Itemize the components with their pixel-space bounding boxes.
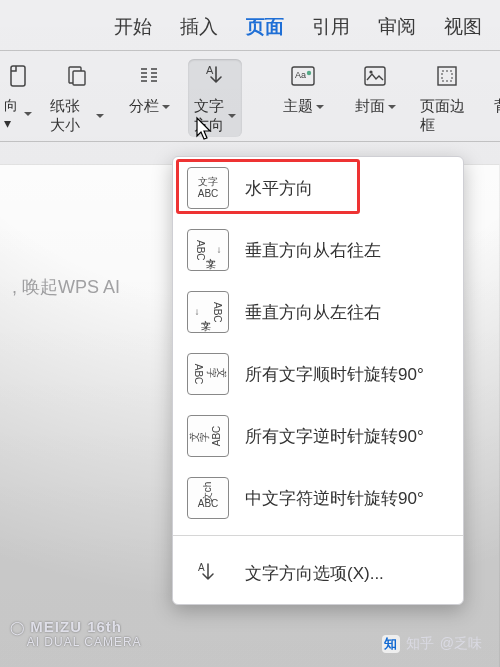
theme-label: 主题	[283, 97, 313, 116]
cover-icon	[362, 63, 388, 89]
tab-reference[interactable]: 引用	[312, 14, 350, 40]
background-button[interactable]: 背景	[492, 63, 500, 116]
menu-item-label: 水平方向	[245, 177, 313, 200]
tab-start[interactable]: 开始	[114, 14, 152, 40]
paper-size-label: 纸张大小	[50, 97, 93, 135]
page-border-icon	[435, 63, 459, 89]
paper-size-button[interactable]: 纸张大小	[50, 63, 104, 135]
wm-author: @乏味	[440, 635, 482, 653]
menu-item-label: 垂直方向从右往左	[245, 239, 381, 262]
menu-item-label: 中文字符逆时针旋转90°	[245, 487, 424, 510]
svg-rect-0	[11, 66, 25, 86]
ribbon-tabs: 开始 插入 页面 引用 审阅 视图	[0, 0, 500, 50]
tab-review[interactable]: 审阅	[378, 14, 416, 40]
menu-item-label: 所有文字逆时针旋转90°	[245, 425, 424, 448]
orientation-split-right[interactable]: 向 ▾	[4, 63, 32, 131]
tab-page[interactable]: 页面	[246, 14, 284, 40]
menu-item-label: 垂直方向从左往右	[245, 301, 381, 324]
text-direction-small-icon: A	[187, 552, 229, 594]
orientation-icon	[8, 63, 28, 89]
thumb-vertical-rtl: ABC文字↓	[187, 229, 229, 271]
svg-text:A: A	[206, 64, 214, 76]
svg-point-8	[369, 70, 372, 73]
text-direction-button[interactable]: A 文字方向	[188, 59, 242, 137]
phone-watermark: ◯ MEIZU 16th AI DUAL CAMERA	[10, 618, 142, 649]
thumb-rotate-ccw: ↑文字ABC	[187, 415, 229, 457]
text-direction-label: 文字方向	[194, 97, 225, 135]
cover-button[interactable]: 封面	[348, 63, 402, 116]
menu-item-horizontal[interactable]: 文字ABC 水平方向	[173, 157, 463, 219]
svg-text:A: A	[198, 562, 205, 573]
svg-rect-9	[438, 67, 456, 85]
zhihu-icon: 知	[382, 635, 400, 653]
svg-rect-7	[365, 67, 385, 85]
paper-size-icon	[65, 63, 89, 89]
text-direction-icon: A	[203, 63, 227, 89]
menu-item-rotate-cw[interactable]: ABC文字↓ 所有文字顺时针旋转90°	[173, 343, 463, 405]
menu-item-options[interactable]: A 文字方向选项(X)...	[173, 542, 463, 604]
text-direction-menu: 文字ABC 水平方向 ABC文字↓ 垂直方向从右往左 ↓文字ABC 垂直方向从左…	[172, 156, 464, 605]
wm-brand: MEIZU 16th	[30, 618, 122, 635]
columns-label: 分栏	[129, 97, 159, 116]
menu-item-vertical-ltr[interactable]: ↓文字ABC 垂直方向从左往右	[173, 281, 463, 343]
columns-button[interactable]: 分栏	[122, 63, 176, 116]
page-border-label: 页面边框	[420, 97, 474, 135]
svg-point-6	[307, 71, 311, 75]
svg-text:Aa: Aa	[295, 70, 306, 80]
tab-view[interactable]: 视图	[444, 14, 482, 40]
menu-item-label: 所有文字顺时针旋转90°	[245, 363, 424, 386]
background-label: 背景	[494, 97, 501, 116]
thumb-rotate-chinese-ccw: 文chABC	[187, 477, 229, 519]
zhihu-watermark: 知 知乎 @乏味	[382, 635, 482, 653]
thumb-vertical-ltr: ↓文字ABC	[187, 291, 229, 333]
page-border-button[interactable]: 页面边框	[420, 63, 474, 135]
menu-options-label: 文字方向选项(X)...	[245, 562, 384, 585]
ribbon-buttons: 向 ▾ 纸张大小 分栏 A 文字方向 Aa 主题 封面 页面	[0, 51, 500, 141]
menu-item-rotate-ccw[interactable]: ↑文字ABC 所有文字逆时针旋转90°	[173, 405, 463, 467]
wm-cam: AI DUAL CAMERA	[27, 635, 142, 649]
thumb-rotate-cw: ABC文字↓	[187, 353, 229, 395]
menu-item-rotate-chinese-ccw[interactable]: 文chABC 中文字符逆时针旋转90°	[173, 467, 463, 529]
orientation-label: 向 ▾	[4, 97, 32, 131]
theme-icon: Aa	[290, 63, 316, 89]
tab-insert[interactable]: 插入	[180, 14, 218, 40]
ai-hint-text: , 唤起WPS AI	[12, 277, 120, 297]
svg-rect-10	[442, 71, 452, 81]
cover-label: 封面	[355, 97, 385, 116]
columns-icon	[137, 63, 161, 89]
wm-zhihu: 知乎	[406, 635, 434, 653]
menu-item-vertical-rtl[interactable]: ABC文字↓ 垂直方向从右往左	[173, 219, 463, 281]
thumb-horizontal: 文字ABC	[187, 167, 229, 209]
theme-button[interactable]: Aa 主题	[276, 63, 330, 116]
svg-rect-2	[73, 71, 85, 85]
